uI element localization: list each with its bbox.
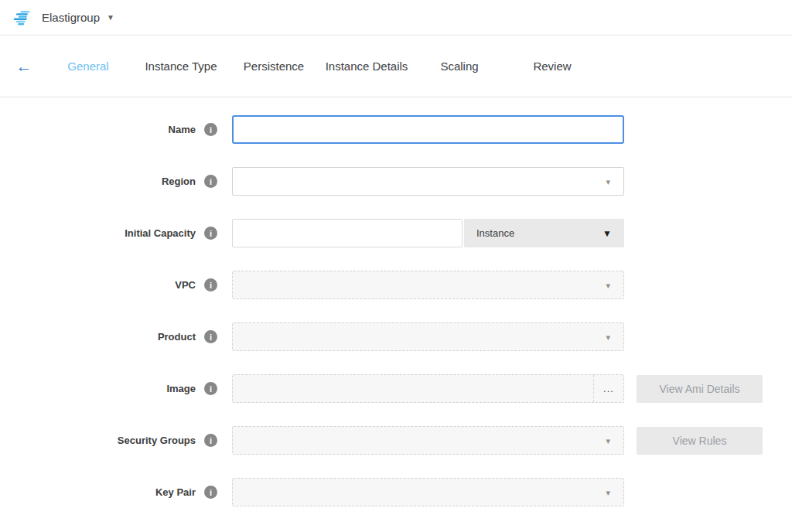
chevron-down-icon: ▾ — [606, 488, 610, 496]
chevron-down-icon: ▼ — [603, 229, 612, 238]
form-row-initial-capacity: Initial Capacity i Instance ▼ — [0, 219, 792, 247]
top-header: Elastigroup ▼ — [0, 0, 792, 36]
tab-instance-type[interactable]: Instance Type — [135, 60, 227, 73]
tab-scaling[interactable]: Scaling — [413, 60, 506, 73]
form-row-vpc: VPC i ▾ — [0, 271, 792, 299]
info-icon[interactable]: i — [204, 175, 217, 188]
field-label-product: Product — [158, 331, 196, 343]
back-arrow-icon[interactable]: ← — [14, 58, 34, 74]
form-row-name: Name i — [0, 115, 792, 144]
tab-instance-details[interactable]: Instance Details — [320, 60, 413, 73]
form-row-product: Product i ▾ — [0, 322, 792, 351]
tab-review[interactable]: Review — [506, 60, 599, 73]
chevron-down-icon: ▾ — [606, 177, 610, 186]
tab-general[interactable]: General — [42, 60, 135, 73]
wizard-tabs: General Instance Type Persistence Instan… — [42, 60, 599, 73]
form-row-region: Region i ▾ — [0, 167, 792, 196]
info-icon[interactable]: i — [204, 434, 217, 447]
product-select[interactable]: ▾ — [232, 322, 624, 351]
info-icon[interactable]: i — [204, 486, 217, 499]
chevron-down-icon: ▾ — [606, 332, 610, 341]
info-icon[interactable]: i — [204, 278, 217, 292]
general-form: Name i Region i ▾ Initial Capacity i Ins… — [0, 97, 792, 506]
image-browse-button[interactable]: ... — [593, 375, 623, 402]
initial-capacity-input[interactable] — [232, 219, 463, 247]
field-label-vpc: VPC — [175, 279, 196, 291]
form-row-key-pair: Key Pair i ▾ — [0, 478, 792, 506]
key-pair-select[interactable]: ▾ — [232, 478, 624, 506]
form-row-image: Image i ... View Ami Details — [0, 374, 792, 403]
form-row-security-groups: Security Groups i ▾ View Rules — [0, 426, 792, 455]
capacity-unit-select[interactable]: Instance ▼ — [464, 219, 624, 247]
app-switcher[interactable]: Elastigroup ▼ — [12, 9, 114, 26]
wizard-tabbar: ← General Instance Type Persistence Inst… — [0, 36, 792, 97]
chevron-down-icon: ▼ — [107, 13, 114, 22]
field-label-name: Name — [169, 124, 196, 135]
info-icon[interactable]: i — [204, 382, 217, 395]
region-select[interactable]: ▾ — [232, 167, 624, 196]
field-label-initial-capacity: Initial Capacity — [125, 227, 196, 239]
name-input[interactable] — [232, 115, 624, 144]
tab-persistence[interactable]: Persistence — [227, 60, 320, 73]
image-input[interactable]: ... — [232, 374, 624, 403]
field-label-region: Region — [162, 176, 196, 187]
elastigroup-logo-icon — [12, 9, 32, 26]
info-icon[interactable]: i — [204, 330, 217, 343]
chevron-down-icon: ▾ — [606, 281, 610, 289]
vpc-select[interactable]: ▾ — [232, 271, 624, 299]
view-rules-button[interactable]: View Rules — [637, 427, 763, 455]
field-label-image: Image — [166, 383, 196, 394]
app-name: Elastigroup — [42, 11, 100, 24]
info-icon[interactable]: i — [204, 123, 217, 136]
chevron-down-icon: ▾ — [606, 436, 610, 445]
field-label-key-pair: Key Pair — [155, 486, 196, 498]
capacity-unit-value: Instance — [476, 227, 514, 239]
security-groups-select[interactable]: ▾ — [232, 426, 624, 455]
view-ami-details-button[interactable]: View Ami Details — [637, 375, 763, 403]
info-icon[interactable]: i — [204, 227, 217, 240]
field-label-security-groups: Security Groups — [118, 435, 196, 446]
